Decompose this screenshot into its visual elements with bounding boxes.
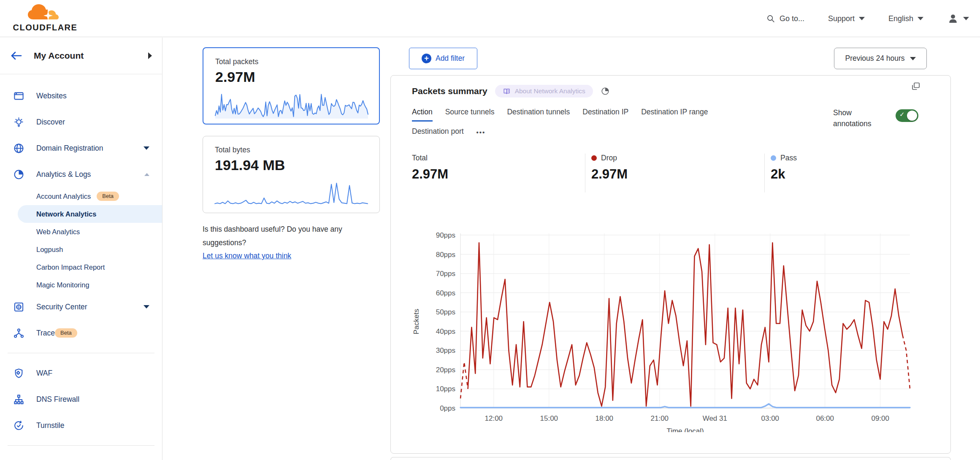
- support-menu[interactable]: Support: [828, 14, 865, 23]
- chevron-down-icon: [918, 17, 923, 20]
- total-packets-card[interactable]: Total packets 2.97M: [203, 47, 380, 124]
- toggle-knob: [907, 111, 917, 121]
- bulb-icon: [13, 116, 24, 128]
- sidebar-item-carbon-impact-report[interactable]: Carbon Impact Report: [0, 258, 162, 276]
- next-panel-edge: [390, 457, 951, 460]
- trace-icon: [13, 327, 24, 339]
- feedback-link[interactable]: Let us know what you think: [203, 252, 291, 260]
- sidebar-item-magic-monitoring[interactable]: Magic Monitoring: [0, 276, 162, 294]
- sidebar-item-more[interactable]: [0, 452, 162, 460]
- about-pill-label: About Network Analytics: [515, 87, 585, 95]
- copy-icon[interactable]: [911, 81, 921, 92]
- language-menu[interactable]: English: [888, 14, 923, 23]
- panel-title-row: Packets summary About Network Analytics: [412, 85, 610, 97]
- feedback-block: Is this dashboard useful? Do you have an…: [203, 223, 384, 263]
- sidebar-item-dns-firewall[interactable]: DNS Firewall: [0, 386, 162, 412]
- stat-pass: Pass2k: [771, 154, 797, 182]
- tab-destination-ip[interactable]: Destination IP: [582, 108, 628, 122]
- shield-gear-icon: [13, 367, 24, 379]
- top-bar: CLOUDFLARE Go to... Support English: [0, 0, 980, 37]
- tab-destination-port[interactable]: Destination port: [412, 127, 464, 140]
- time-range-button[interactable]: Previous 24 hours: [834, 48, 927, 69]
- check-icon: ✓: [899, 111, 905, 118]
- sidebar-item-websites[interactable]: Websites: [0, 83, 162, 109]
- stat-divider: [585, 154, 585, 192]
- legend-dot-drop: [591, 155, 597, 161]
- book-icon: [503, 87, 511, 95]
- sidebar-item-turnstile[interactable]: Turnstile: [0, 412, 162, 438]
- sidebar-item-trace[interactable]: TraceBeta: [0, 320, 162, 346]
- feedback-question: Is this dashboard useful? Do you have an…: [203, 225, 342, 247]
- add-filter-button[interactable]: + Add filter: [409, 48, 477, 69]
- tab-action[interactable]: Action: [412, 108, 433, 122]
- dimension-tabs-row-1: ActionSource tunnelsDestination tunnelsD…: [412, 108, 708, 122]
- add-filter-label: Add filter: [436, 54, 465, 63]
- sidebar-item-network-analytics[interactable]: Network Analytics: [18, 205, 162, 223]
- chevron-down-icon: [859, 17, 865, 20]
- brand-wordmark: CLOUDFLARE: [9, 23, 81, 32]
- account-menu[interactable]: [947, 13, 969, 24]
- sidebar-item-logpush[interactable]: Logpush: [0, 241, 162, 258]
- sidebar-item-analytics-logs[interactable]: Analytics & Logs: [0, 161, 162, 187]
- sidebar-item-label: Analytics & Logs: [36, 170, 144, 179]
- sidebar-subitem-label: Magic Monitoring: [36, 281, 89, 289]
- cloudflare-logo[interactable]: CLOUDFLARE: [9, 3, 81, 35]
- chevron-down-icon: [963, 17, 969, 20]
- sidebar-item-discover[interactable]: Discover: [0, 109, 162, 135]
- more-tabs-icon[interactable]: •••: [476, 129, 486, 138]
- svg-text:60pps: 60pps: [436, 289, 455, 297]
- total-bytes-card[interactable]: Total bytes 191.94 MB: [203, 136, 380, 213]
- dimension-tabs-row-2: Destination port•••: [412, 127, 485, 140]
- packets-line-chart[interactable]: 0pps10pps20pps30pps40pps50pps60pps70pps8…: [412, 227, 935, 432]
- go-to-search[interactable]: Go to...: [766, 14, 804, 23]
- packets-summary-panel: Packets summary About Network Analytics …: [390, 75, 951, 454]
- sidebar-item-label: Security Center: [36, 303, 143, 311]
- about-network-analytics-pill[interactable]: About Network Analytics: [495, 85, 593, 97]
- search-icon: [766, 14, 775, 23]
- sidebar-item-label: WAF: [36, 369, 149, 378]
- card-value: 2.97M: [215, 69, 379, 85]
- back-arrow-icon[interactable]: [10, 51, 23, 61]
- chevron-up-icon: [144, 173, 149, 176]
- sidebar-subitem-label: Web Analytics: [36, 228, 80, 236]
- sidebar: My Account WebsitesDiscoverDomain Regist…: [0, 38, 162, 460]
- svg-text:50pps: 50pps: [436, 308, 455, 316]
- tab-source-tunnels[interactable]: Source tunnels: [445, 108, 495, 122]
- svg-text:10pps: 10pps: [436, 385, 455, 393]
- svg-text:0pps: 0pps: [440, 404, 455, 412]
- hierarchy-icon: [13, 393, 24, 405]
- svg-text:12:00: 12:00: [485, 414, 503, 422]
- sidebar-item-waf[interactable]: WAF: [0, 360, 162, 386]
- svg-text:15:00: 15:00: [540, 414, 558, 422]
- globe-icon: [13, 142, 24, 154]
- sidebar-nav: WebsitesDiscoverDomain RegistrationAnaly…: [0, 74, 162, 460]
- tab-destination-tunnels[interactable]: Destination tunnels: [507, 108, 570, 122]
- cloudflare-cloud-icon: [26, 3, 65, 24]
- tab-destination-ip-range[interactable]: Destination IP range: [641, 108, 708, 122]
- svg-text:Packets: Packets: [412, 309, 420, 334]
- sidebar-item-web-analytics[interactable]: Web Analytics: [0, 223, 162, 241]
- safe-icon: [13, 301, 24, 313]
- svg-text:40pps: 40pps: [436, 327, 455, 336]
- card-title: Total bytes: [215, 146, 379, 154]
- beta-badge: Beta: [97, 192, 119, 201]
- pie-chart-icon[interactable]: [601, 87, 610, 96]
- sidebar-item-security-center[interactable]: Security Center: [0, 294, 162, 320]
- rotate-check-icon: [13, 419, 24, 431]
- svg-text:Wed 31: Wed 31: [703, 414, 727, 422]
- stat-label: Total: [412, 154, 428, 162]
- panel-title: Packets summary: [412, 86, 487, 96]
- card-value: 191.94 MB: [215, 157, 379, 173]
- sidebar-item-domain-registration[interactable]: Domain Registration: [0, 135, 162, 161]
- time-range-label: Previous 24 hours: [845, 54, 904, 63]
- show-annotations-toggle[interactable]: ✓: [896, 109, 918, 122]
- svg-text:90pps: 90pps: [436, 231, 455, 239]
- svg-text:06:00: 06:00: [816, 414, 834, 422]
- sidebar-subitem-label: Carbon Impact Report: [36, 263, 105, 271]
- chevron-down-icon: [910, 57, 916, 60]
- sidebar-item-label: Turnstile: [36, 421, 149, 430]
- chevron-right-icon[interactable]: [148, 52, 152, 59]
- sidebar-item-label: Trace: [36, 329, 55, 338]
- packets-sparkline: [214, 89, 369, 119]
- sidebar-item-account-analytics[interactable]: Account AnalyticsBeta: [0, 187, 162, 205]
